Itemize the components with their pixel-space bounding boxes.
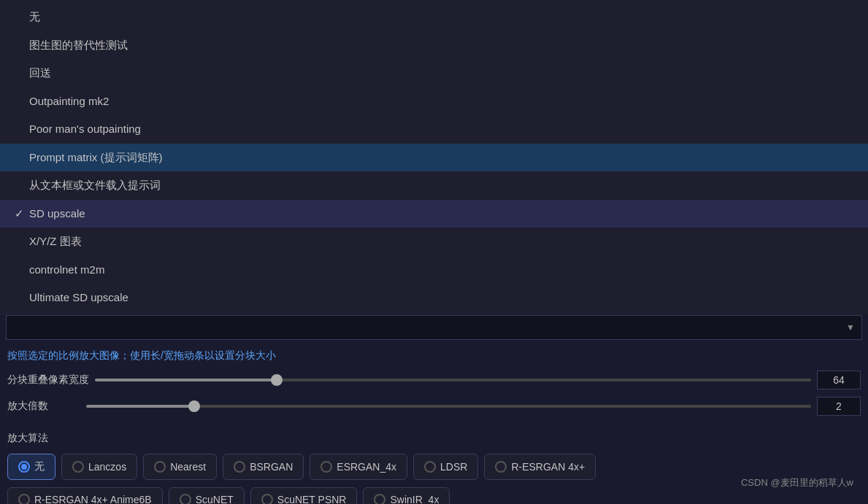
radio-section: 放大算法 无LanczosNearestBSRGANESRGAN_4xLDSRR… [0, 427, 868, 504]
radio-dot-scunet [180, 494, 191, 504]
radio-item-ldsr[interactable]: LDSR [413, 454, 478, 480]
menu-label-return: 回送 [29, 65, 51, 82]
radio-dot-swinir [374, 494, 385, 504]
radio-item-bsrgan[interactable]: BSRGAN [223, 454, 304, 480]
menu-item-outpainting-mk2[interactable]: Outpainting mk2 [0, 88, 868, 116]
radio-dot-esrgan4x [320, 461, 332, 473]
radio-item-esrgan4x[interactable]: ESRGAN_4x [310, 454, 407, 480]
menu-label-controlnet-m2m: controlnet m2m [29, 262, 104, 279]
watermark: CSDN @麦田里的稻草人w [741, 476, 853, 489]
menu-item-poor-man[interactable]: Poor man's outpainting [0, 115, 868, 144]
radio-item-resrgan4x-anime[interactable]: R-ESRGAN 4x+ Anime6B [7, 487, 163, 504]
radio-label-resrgan4x: R-ESRGAN 4x+ [511, 461, 585, 473]
menu-checkmark-sd-upscale: ✓ [15, 206, 29, 222]
radio-label-esrgan4x: ESRGAN_4x [337, 461, 396, 473]
main-container: 无图生图的替代性测试回送Outpainting mk2Poor man's ou… [0, 0, 868, 504]
settings-area: 分块重叠像素宽度 64 放大倍数 2 [0, 366, 868, 427]
menu-item-load-from-file[interactable]: 从文本框或文件载入提示词 [0, 171, 868, 200]
radio-group-1: 无LanczosNearestBSRGANESRGAN_4xLDSRR-ESRG… [7, 454, 861, 480]
radio-dot-wu [18, 461, 30, 473]
radio-item-lanczos[interactable]: Lanczos [61, 454, 137, 480]
menu-list: 无图生图的替代性测试回送Outpainting mk2Poor man's ou… [0, 0, 868, 315]
overlap-row: 分块重叠像素宽度 64 [7, 371, 861, 389]
menu-label-alt-test: 图生图的替代性测试 [29, 37, 128, 54]
menu-label-outpainting-mk2: Outpainting mk2 [29, 93, 109, 110]
radio-item-resrgan4x[interactable]: R-ESRGAN 4x+ [484, 454, 596, 480]
radio-item-nearest[interactable]: Nearest [143, 454, 217, 480]
dropdown-input[interactable] [6, 315, 862, 340]
radio-dot-resrgan4x-anime [18, 494, 30, 504]
radio-item-wu[interactable]: 无 [7, 454, 55, 480]
radio-label-wu: 无 [34, 460, 45, 473]
radio-label-nearest: Nearest [170, 461, 206, 473]
radio-dot-ldsr [424, 461, 436, 473]
menu-item-ultimate-sd[interactable]: Ultimate SD upscale [0, 284, 868, 312]
menu-item-none[interactable]: 无 [0, 3, 868, 31]
radio-dot-scunet-psnr [261, 494, 273, 504]
menu-label-ultimate-sd: Ultimate SD upscale [29, 290, 128, 306]
menu-item-return[interactable]: 回送 [0, 59, 868, 88]
radio-label-bsrgan: BSRGAN [250, 461, 293, 473]
menu-label-xyz-chart: X/Y/Z 图表 [29, 233, 82, 250]
scale-slider-container: 2 [86, 397, 861, 416]
scale-value: 2 [817, 397, 861, 416]
radio-dot-bsrgan [234, 461, 245, 473]
algo-section-label: 放大算法 [7, 432, 861, 445]
menu-item-alt-test[interactable]: 图生图的替代性测试 [0, 31, 868, 60]
radio-group-2: R-ESRGAN 4x+ Anime6BScuNETScuNET PSNRSwi… [7, 487, 861, 504]
menu-item-controlnet-m2m[interactable]: controlnet m2m [0, 256, 868, 284]
overlap-slider-container: 64 [95, 371, 861, 389]
radio-item-scunet-psnr[interactable]: ScuNET PSNR [250, 487, 358, 504]
radio-label-scunet-psnr: ScuNET PSNR [277, 494, 347, 504]
menu-item-xyz-chart[interactable]: X/Y/Z 图表 [0, 228, 868, 256]
radio-label-swinir: SwinIR_4x [390, 494, 439, 504]
radio-item-scunet[interactable]: ScuNET [169, 487, 245, 504]
scale-label: 放大倍数 [7, 400, 80, 413]
radio-label-ldsr: LDSR [440, 461, 467, 473]
dropdown-wrapper [6, 315, 862, 340]
radio-label-lanczos: Lanczos [88, 461, 126, 473]
overlap-slider[interactable] [95, 379, 811, 381]
radio-label-resrgan4x-anime: R-ESRGAN 4x+ Anime6B [34, 494, 152, 504]
radio-dot-resrgan4x [495, 461, 507, 473]
scale-slider[interactable] [86, 405, 811, 408]
overlap-label: 分块重叠像素宽度 [7, 373, 89, 387]
radio-dot-lanczos [72, 461, 84, 473]
menu-label-poor-man: Poor man's outpainting [29, 121, 141, 138]
menu-label-sd-upscale: SD upscale [29, 206, 85, 222]
radio-dot-nearest [154, 461, 166, 473]
radio-item-swinir[interactable]: SwinIR_4x [363, 487, 450, 504]
radio-label-scunet: ScuNET [196, 494, 234, 504]
menu-item-sd-upscale[interactable]: ✓SD upscale [0, 200, 868, 228]
scale-row: 放大倍数 2 [7, 397, 861, 416]
menu-label-none: 无 [29, 9, 40, 26]
overlap-value: 64 [817, 371, 861, 389]
info-text: 按照选定的比例放大图像；使用长/宽拖动条以设置分块大小 [0, 340, 868, 366]
menu-label-prompt-matrix: Prompt matrix (提示词矩阵) [29, 150, 163, 166]
menu-item-prompt-matrix[interactable]: Prompt matrix (提示词矩阵) [0, 144, 868, 172]
menu-label-load-from-file: 从文本框或文件载入提示词 [29, 177, 161, 194]
